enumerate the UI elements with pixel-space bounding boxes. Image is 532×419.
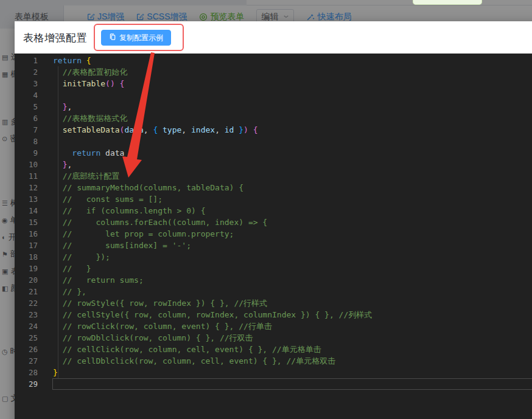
line-number: 7 xyxy=(15,124,38,136)
code-line-19[interactable]: 19 // } xyxy=(15,263,532,274)
line-number: 1 xyxy=(15,55,38,66)
code-line-17[interactable]: 17 // sums[index] = '-'; xyxy=(15,240,532,251)
code-line-content: // return sums; xyxy=(53,274,144,286)
code-line-content: // columns.forEach((column, index) => { xyxy=(53,216,267,228)
line-number: 15 xyxy=(15,216,38,228)
dialog-header: 表格增强配置 复制配置示例 xyxy=(15,21,532,54)
code-line-content: // const sums = []; xyxy=(53,193,163,205)
line-number: 28 xyxy=(15,367,38,378)
code-line-21[interactable]: 21 // }, xyxy=(15,286,532,297)
code-line-12[interactable]: 12 // summaryMethod(columns, tableData) … xyxy=(15,182,532,193)
code-line-content: // summaryMethod(columns, tableData) { xyxy=(53,182,243,193)
code-line-24[interactable]: 24 // rowClick(row, column, event) { }, … xyxy=(15,320,532,332)
code-line-20[interactable]: 20 // return sums; xyxy=(15,274,532,286)
code-line-9[interactable]: 9 return data xyxy=(15,147,532,159)
copy-config-example-label: 复制配置示例 xyxy=(119,33,163,43)
code-line-2[interactable]: 2 //表格配置初始化 xyxy=(15,66,532,78)
line-number: 2 xyxy=(15,66,38,78)
line-number: 17 xyxy=(15,240,38,251)
code-line-content: //底部统计配置 xyxy=(53,170,119,182)
code-line-28[interactable]: 28} xyxy=(15,367,532,378)
code-line-25[interactable]: 25 // rowDblclick(row, column) { }, //行双… xyxy=(15,332,532,344)
code-line-content: initTable() { xyxy=(53,78,124,89)
line-number: 5 xyxy=(15,101,38,113)
copy-config-example-button[interactable]: 复制配置示例 xyxy=(101,30,171,46)
code-line-content: // cellStyle({ row, column, rowIndex, co… xyxy=(53,309,372,320)
line-number: 24 xyxy=(15,320,38,332)
code-line-5[interactable]: 5 }, xyxy=(15,101,532,113)
dialog-table-enhance-config: 表格增强配置 复制配置示例 1return {2 //表格配置初始化3 init… xyxy=(15,21,532,419)
code-line-26[interactable]: 26 // cellClick(row, column, cell, event… xyxy=(15,344,532,355)
line-number: 18 xyxy=(15,251,38,263)
line-number: 9 xyxy=(15,147,38,159)
line-number: 25 xyxy=(15,332,38,344)
line-number: 12 xyxy=(15,182,38,193)
dialog-title: 表格增强配置 xyxy=(23,31,87,45)
line-number: 20 xyxy=(15,274,38,286)
code-line-content: }, xyxy=(53,101,72,113)
line-number: 26 xyxy=(15,344,38,355)
copy-icon xyxy=(109,33,116,43)
code-line-content: setTableData(data, { type, index, id }) … xyxy=(53,124,258,136)
code-line-content: // } xyxy=(53,263,91,274)
indent-guide xyxy=(58,66,58,378)
code-line-15[interactable]: 15 // columns.forEach((column, index) =>… xyxy=(15,216,532,228)
line-number: 6 xyxy=(15,113,38,124)
code-line-7[interactable]: 7 setTableData(data, { type, index, id }… xyxy=(15,124,532,136)
line-number: 3 xyxy=(15,78,38,89)
code-line-4[interactable]: 4 xyxy=(15,89,532,101)
code-line-content: // sums[index] = '-'; xyxy=(53,240,191,251)
code-line-content: // rowDblclick(row, column) { }, //行双击 xyxy=(53,332,253,344)
code-line-18[interactable]: 18 // }); xyxy=(15,251,532,263)
code-line-8[interactable]: 8 xyxy=(15,136,532,147)
line-number: 4 xyxy=(15,89,38,101)
code-line-content: // }); xyxy=(53,251,110,263)
code-line-content: // if (columns.length > 0) { xyxy=(53,205,205,216)
line-number: 14 xyxy=(15,205,38,216)
line-number: 19 xyxy=(15,263,38,274)
code-line-content: //表格数据格式化 xyxy=(53,113,127,124)
code-line-13[interactable]: 13 // const sums = []; xyxy=(15,193,532,205)
code-line-11[interactable]: 11 //底部统计配置 xyxy=(15,170,532,182)
code-line-content: // cellDblclick(row, column, cell, event… xyxy=(53,355,335,367)
code-line-6[interactable]: 6 //表格数据格式化 xyxy=(15,113,532,124)
code-line-content: }, xyxy=(53,159,72,170)
code-editor[interactable]: 1return {2 //表格配置初始化3 initTable() {45 },… xyxy=(15,54,532,419)
line-number: 29 xyxy=(15,378,38,390)
code-line-content: return { xyxy=(53,55,91,66)
code-line-content: // rowClick(row, column, event) { }, //行… xyxy=(53,320,272,332)
code-line-16[interactable]: 16 // let prop = column.property; xyxy=(15,228,532,240)
current-line-highlight xyxy=(52,378,532,390)
code-line-27[interactable]: 27 // cellDblclick(row, column, cell, ev… xyxy=(15,355,532,367)
line-number: 23 xyxy=(15,309,38,320)
code-line-1[interactable]: 1return { xyxy=(15,55,532,66)
code-line-22[interactable]: 22 // rowStyle({ row, rowIndex }) { }, /… xyxy=(15,297,532,309)
code-line-3[interactable]: 3 initTable() { xyxy=(15,78,532,89)
code-line-content: //表格配置初始化 xyxy=(53,66,127,78)
code-line-23[interactable]: 23 // cellStyle({ row, column, rowIndex,… xyxy=(15,309,532,320)
code-line-14[interactable]: 14 // if (columns.length > 0) { xyxy=(15,205,532,216)
line-number: 22 xyxy=(15,297,38,309)
code-line-10[interactable]: 10 }, xyxy=(15,159,532,170)
code-line-content: // cellClick(row, column, cell, event) {… xyxy=(53,344,321,355)
line-number: 21 xyxy=(15,286,38,297)
line-number: 13 xyxy=(15,193,38,205)
line-number: 10 xyxy=(15,159,38,170)
code-line-content: // rowStyle({ row, rowIndex }) { }, //行样… xyxy=(53,297,267,309)
line-number: 8 xyxy=(15,136,38,147)
line-number: 11 xyxy=(15,170,38,182)
code-line-content: // let prop = column.property; xyxy=(53,228,234,240)
code-line-content: } xyxy=(53,367,58,378)
success-button-fragment[interactable] xyxy=(413,0,482,5)
line-number: 16 xyxy=(15,228,38,240)
code-line-content: return data xyxy=(53,147,124,159)
line-number: 27 xyxy=(15,355,38,367)
